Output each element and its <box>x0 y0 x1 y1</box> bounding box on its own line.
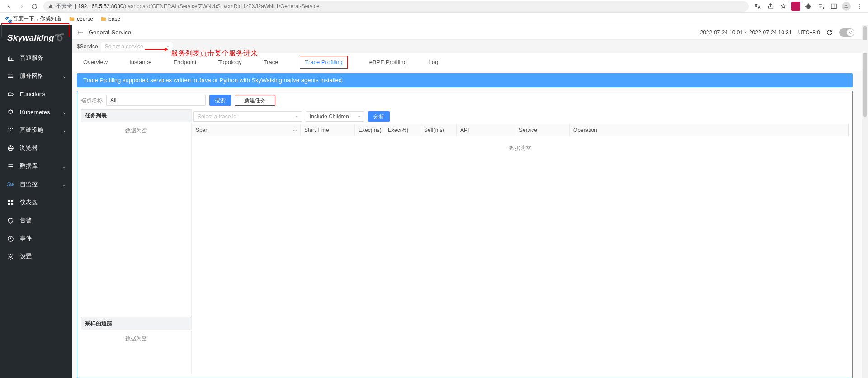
auto-refresh-toggle[interactable]: V <box>839 28 854 37</box>
tab-trace[interactable]: Trace <box>264 53 278 71</box>
back-button[interactable] <box>4 1 14 12</box>
page-title: General-Service <box>89 29 131 36</box>
table-header-operation[interactable]: Operation <box>570 124 848 136</box>
sidebar-item-label: 浏览器 <box>20 144 38 152</box>
insecure-label: 不安全 <box>56 2 72 10</box>
insecure-icon <box>48 4 53 9</box>
browser-menu-icon[interactable]: ⋮ <box>854 2 863 11</box>
table-header-start-time[interactable]: Start Time <box>301 124 355 136</box>
chevron-down-icon: ▾ <box>296 114 298 119</box>
sw-icon: Sw <box>6 182 14 187</box>
sidebar-item-8[interactable]: 仪表盘 <box>0 193 72 211</box>
chevron-down-icon: ⌄ <box>62 74 66 79</box>
svg-rect-11 <box>11 203 13 205</box>
bookmarks-bar: 🐾 百度一下，你就知道 course base <box>0 13 868 25</box>
endpoint-input[interactable]: All <box>106 95 206 106</box>
refresh-icon[interactable] <box>826 29 833 36</box>
time-range[interactable]: 2022-07-24 10:01 ~ 2022-07-24 10:31 <box>700 29 792 36</box>
tab-log[interactable]: Log <box>429 53 439 71</box>
forward-button[interactable] <box>16 1 27 12</box>
sidebar-item-7[interactable]: Sw自监控⌄ <box>0 175 72 193</box>
table-header-exec-ms-[interactable]: Exec(ms) <box>355 124 384 136</box>
search-row: 端点名称 All 搜索 新建任务 <box>81 95 849 106</box>
table-header-exec-[interactable]: Exec(%) <box>384 124 420 136</box>
kube-icon <box>6 109 14 116</box>
sidebar-item-label: 仪表盘 <box>20 198 38 206</box>
trace-controls: Select a trace id ▾ Include Children ▾ 分… <box>192 109 849 124</box>
sampled-traces-empty: 数据为空 <box>81 330 191 347</box>
timezone[interactable]: UTC+8:0 <box>798 29 820 36</box>
logo-text: Skywalking <box>7 33 54 43</box>
chevron-down-icon: ⌄ <box>62 110 66 115</box>
url-path: /dashboard/GENERAL/Service/ZWNvbS1vcmRlc… <box>123 3 320 9</box>
url-bar[interactable]: 不安全 | 192.168.5.52:8080 /dashboard/GENER… <box>43 1 749 12</box>
bookmark-base[interactable]: base <box>100 16 120 22</box>
app-logo: Skywalking➰ <box>0 27 72 49</box>
browser-extension-icons: ⋮ <box>751 2 865 11</box>
svg-point-13 <box>9 256 11 257</box>
endpoint-label: 端点名称 <box>81 97 103 104</box>
extension-pink-icon[interactable] <box>791 2 800 11</box>
panel-icon[interactable] <box>829 2 838 11</box>
tab-trace-profiling[interactable]: Trace Profiling <box>300 56 347 69</box>
collapse-sidebar-icon[interactable] <box>77 29 84 36</box>
sidebar-item-label: 服务网格 <box>20 72 43 80</box>
task-list-header: 任务列表 <box>81 109 191 122</box>
table-header: Span⇔Start TimeExec(ms)Exec(%)Self(ms)AP… <box>192 124 849 136</box>
trace-id-select[interactable]: Select a trace id ▾ <box>193 111 302 122</box>
table-header-service[interactable]: Service <box>515 124 570 136</box>
globe-icon <box>6 145 14 152</box>
clock-icon <box>6 235 14 242</box>
bookmark-baidu[interactable]: 🐾 百度一下，你就知道 <box>5 15 61 23</box>
reload-button[interactable] <box>29 1 40 12</box>
translate-icon[interactable] <box>753 2 762 11</box>
resize-icon[interactable]: ⇔ <box>293 128 297 133</box>
sidebar-item-9[interactable]: 告警 <box>0 211 72 229</box>
extensions-puzzle-icon[interactable] <box>804 2 813 11</box>
tab-ebpf-profiling[interactable]: eBPF Profiling <box>369 53 407 71</box>
chevron-down-icon: ⌄ <box>62 182 66 187</box>
bookmark-course[interactable]: course <box>69 16 93 22</box>
search-button[interactable]: 搜索 <box>209 95 231 106</box>
sidebar-item-3[interactable]: Kubernetes⌄ <box>0 103 72 121</box>
table-header-span[interactable]: Span⇔ <box>192 124 301 136</box>
svg-point-6 <box>10 130 11 131</box>
paw-icon: 🐾 <box>5 16 11 22</box>
sidebar-item-label: 基础设施 <box>20 126 43 134</box>
sidebar-item-5[interactable]: 浏览器 <box>0 139 72 157</box>
task-list-empty: 数据为空 <box>81 122 191 139</box>
toggle-knob: V <box>847 29 854 36</box>
svg-point-1 <box>845 5 847 6</box>
tab-instance[interactable]: Instance <box>129 53 151 71</box>
bookmark-star-icon[interactable] <box>778 2 788 11</box>
service-selector-bar: $Service Select a service ▾ 服务列表点击某个服务进来 <box>72 40 868 53</box>
sidebar-item-label: 自监控 <box>20 180 38 188</box>
profile-avatar[interactable] <box>842 2 851 11</box>
sidebar-item-11[interactable]: 设置 <box>0 247 72 266</box>
svg-rect-10 <box>8 203 9 205</box>
list-icon <box>6 163 14 170</box>
sidebar-item-2[interactable]: Functions <box>0 85 72 103</box>
table-header-self-ms-[interactable]: Self(ms) <box>420 124 457 136</box>
annotation-arrow <box>145 49 167 50</box>
analyze-button[interactable]: 分析 <box>368 111 390 122</box>
browser-toolbar: 不安全 | 192.168.5.52:8080 /dashboard/GENER… <box>0 0 868 13</box>
share-icon[interactable] <box>766 2 775 11</box>
endpoint-value: All <box>110 97 116 103</box>
gear-icon <box>6 253 14 260</box>
playlist-icon[interactable] <box>816 2 826 11</box>
sidebar-item-6[interactable]: 数据库⌄ <box>0 157 72 175</box>
new-task-button[interactable]: 新建任务 <box>235 95 275 106</box>
chevron-down-icon: ⌄ <box>62 128 66 133</box>
table-header-api[interactable]: API <box>457 124 515 136</box>
tab-overview[interactable]: Overview <box>83 53 108 71</box>
service-select[interactable]: Select a service ▾ <box>101 42 173 51</box>
sidebar-item-label: Kubernetes <box>20 109 50 116</box>
scrollbar[interactable] <box>862 25 868 378</box>
include-children-select[interactable]: Include Children ▾ <box>306 111 364 122</box>
sidebar-item-4[interactable]: 基础设施⌄ <box>0 121 72 139</box>
sidebar-item-0[interactable]: 普通服务 <box>0 49 72 67</box>
sidebar-item-10[interactable]: 事件 <box>0 229 72 247</box>
sidebar-item-1[interactable]: 服务网格⌄ <box>0 67 72 85</box>
sampled-traces-header: 采样的追踪 <box>81 317 191 330</box>
